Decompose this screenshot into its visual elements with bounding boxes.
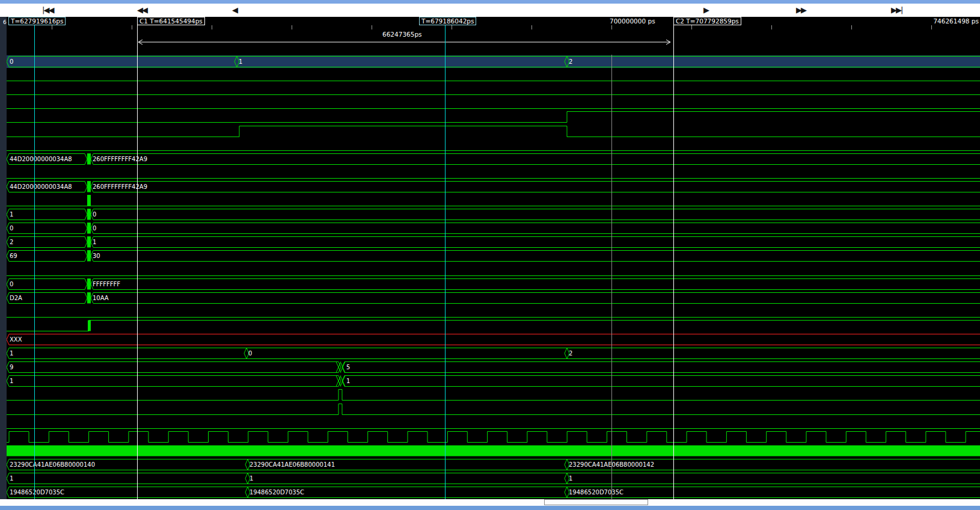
marker-c2-box[interactable]: C2 T=707792859ps: [673, 17, 741, 25]
signal-row-23[interactable]: 11: [7, 374, 980, 388]
step-backward-icon: ◀: [232, 5, 237, 14]
waveform-viewer-window: |◀◀◀◀◀▶▶▶▶▶| 66247365ps700000000 ps74626…: [0, 0, 980, 510]
signal-row-14[interactable]: 6930: [7, 249, 980, 263]
signal-row-17[interactable]: D2A10AA: [7, 291, 980, 305]
step-backward-button[interactable]: ◀: [232, 5, 237, 16]
fast-forward-button[interactable]: ▶▶: [796, 5, 806, 16]
bus-value: 30: [93, 253, 100, 259]
clipped-timestamp-label: 6: [3, 19, 7, 25]
bus-value: 0: [10, 58, 13, 65]
signal-row-20[interactable]: XXX: [7, 333, 980, 346]
primary-cursor-line[interactable]: [445, 24, 446, 499]
bus-value: 9: [10, 364, 13, 370]
grid-line-700000000: [611, 55, 612, 499]
signal-row-6[interactable]: [7, 138, 980, 152]
bus-value: 2: [10, 239, 13, 245]
marker-c2-line[interactable]: [673, 24, 674, 499]
baseline-cursor-line[interactable]: [34, 24, 35, 499]
signal-row-4[interactable]: [7, 110, 980, 124]
ruler-tick: [52, 25, 52, 29]
bus-value: 260FFFFFFFF42A9: [93, 156, 147, 162]
signal-row-12[interactable]: 00: [7, 221, 980, 235]
bus-value: XXX: [10, 336, 22, 343]
bus-value: 44D20000000034A8: [10, 156, 72, 162]
step-forward-button[interactable]: ▶: [703, 5, 708, 16]
bus-value: 260FFFFFFFF42A9: [93, 183, 147, 190]
signal-row-9[interactable]: 44D20000000034A8260FFFFFFFF42A9: [7, 180, 980, 194]
signal-row-28[interactable]: [7, 444, 980, 458]
ruler-tick: [931, 25, 932, 29]
signal-row-31[interactable]: 19486520D7035C19486520D7035C19486520D703…: [7, 485, 980, 499]
bus-value: 0: [93, 225, 96, 232]
baseline-cursor-box[interactable]: T=627919616ps: [8, 17, 66, 25]
signal-row-30[interactable]: 111: [7, 472, 980, 485]
scrollbar-thumb[interactable]: [544, 499, 648, 505]
ruler-tick: [452, 25, 452, 29]
ruler-tick: [132, 25, 132, 29]
timestamp-700000000: 700000000 ps: [610, 17, 655, 25]
jump-to-end-button[interactable]: ▶▶|: [891, 5, 902, 16]
horizontal-scrollbar[interactable]: [0, 499, 980, 506]
signal-row-16[interactable]: 0FFFFFFFF: [7, 277, 980, 291]
signal-row-7[interactable]: 44D20000000034A8260FFFFFFFF42A9: [7, 152, 980, 166]
ruler-tick: [372, 25, 372, 29]
signal-row-11[interactable]: 10: [7, 207, 980, 221]
fast-backward-button[interactable]: ◀◀: [137, 5, 147, 16]
bus-value: 1: [239, 58, 242, 65]
ruler-tick: [691, 25, 692, 29]
fast-backward-icon: ◀◀: [137, 5, 147, 14]
signal-row-24[interactable]: [7, 388, 980, 402]
bus-value: 1: [569, 475, 572, 482]
signal-row-3[interactable]: [7, 96, 980, 110]
signal-row-1[interactable]: [7, 69, 980, 82]
bus-value: 2: [569, 58, 572, 65]
wave-area: 66247365ps700000000 ps746261498 ps601244…: [0, 17, 980, 499]
signal-row-15[interactable]: [7, 263, 980, 277]
jump-to-start-button[interactable]: |◀◀: [42, 5, 53, 16]
bus-value: 23290CA41AE06B80000140: [10, 461, 95, 468]
bus-value: 1: [250, 475, 253, 482]
ruler-tick: [851, 25, 852, 29]
ruler-tick: [771, 25, 772, 29]
bus-value: 1: [346, 378, 350, 384]
signal-row-13[interactable]: 21: [7, 235, 980, 249]
bus-value: 0: [10, 281, 13, 287]
bus-value: 2: [569, 350, 572, 357]
bus-value: 5: [346, 364, 350, 370]
bus-value: 1: [10, 378, 13, 384]
signal-row-19[interactable]: [7, 319, 980, 333]
ruler-tick: [611, 25, 612, 29]
signal-row-26[interactable]: [7, 416, 980, 430]
signal-row-10[interactable]: [7, 194, 980, 207]
bus-value: 44D20000000034A8: [10, 183, 72, 190]
signal-row-21[interactable]: 102: [7, 346, 980, 360]
signal-row-8[interactable]: [7, 166, 980, 180]
bus-value: 0: [93, 211, 96, 218]
bus-value: FFFFFFFF: [93, 281, 120, 287]
window-bottom-edge: [0, 506, 980, 510]
signal-row-2[interactable]: [7, 82, 980, 96]
signal-row-22[interactable]: 95: [7, 360, 980, 374]
skip-to-end-icon: ▶▶|: [891, 5, 902, 14]
bus-value: 1: [93, 239, 96, 245]
bus-value: 0: [248, 350, 252, 357]
fast-forward-icon: ▶▶: [796, 5, 806, 14]
step-forward-icon: ▶: [703, 5, 708, 14]
primary-cursor-box[interactable]: T=679186042ps: [419, 17, 476, 25]
skip-to-start-icon: |◀◀: [42, 5, 53, 14]
signal-row-27[interactable]: [7, 430, 980, 444]
ruler-tick: [292, 25, 292, 29]
signal-row-0[interactable]: 012: [7, 55, 980, 69]
bus-value: 1: [10, 475, 13, 482]
bus-value: 23290CA41AE06B80000141: [250, 461, 335, 468]
marker-c1-box[interactable]: C1 T=641545494ps: [137, 17, 205, 25]
signal-row-25[interactable]: [7, 402, 980, 416]
signal-row-29[interactable]: 23290CA41AE06B8000014023290CA41AE06B8000…: [7, 458, 980, 472]
marker-c1-line[interactable]: [137, 24, 138, 499]
bus-value: D2A: [10, 295, 22, 301]
timestamp-right-edge: 746261498 ps: [933, 17, 979, 25]
bus-value: 69: [10, 253, 17, 259]
bus-value: 1: [10, 350, 13, 357]
signal-row-5[interactable]: [7, 124, 980, 138]
signal-row-18[interactable]: [7, 305, 980, 319]
